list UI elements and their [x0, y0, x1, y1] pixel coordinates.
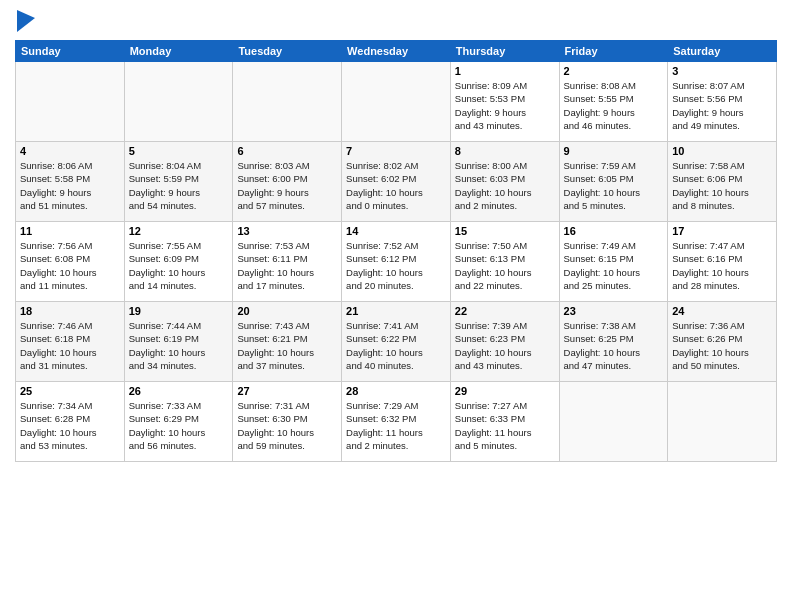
day-info: Sunrise: 7:44 AM Sunset: 6:19 PM Dayligh…: [129, 319, 229, 372]
day-info: Sunrise: 7:56 AM Sunset: 6:08 PM Dayligh…: [20, 239, 120, 292]
day-number: 3: [672, 65, 772, 77]
day-info: Sunrise: 7:53 AM Sunset: 6:11 PM Dayligh…: [237, 239, 337, 292]
day-info: Sunrise: 7:38 AM Sunset: 6:25 PM Dayligh…: [564, 319, 664, 372]
day-info: Sunrise: 7:34 AM Sunset: 6:28 PM Dayligh…: [20, 399, 120, 452]
logo: [15, 10, 37, 32]
day-info: Sunrise: 8:00 AM Sunset: 6:03 PM Dayligh…: [455, 159, 555, 212]
day-info: Sunrise: 7:46 AM Sunset: 6:18 PM Dayligh…: [20, 319, 120, 372]
calendar-week-row: 4Sunrise: 8:06 AM Sunset: 5:58 PM Daylig…: [16, 142, 777, 222]
day-info: Sunrise: 7:29 AM Sunset: 6:32 PM Dayligh…: [346, 399, 446, 452]
day-number: 22: [455, 305, 555, 317]
day-number: 13: [237, 225, 337, 237]
day-number: 16: [564, 225, 664, 237]
calendar-header: SundayMondayTuesdayWednesdayThursdayFrid…: [16, 41, 777, 62]
day-number: 27: [237, 385, 337, 397]
day-info: Sunrise: 8:09 AM Sunset: 5:53 PM Dayligh…: [455, 79, 555, 132]
day-number: 7: [346, 145, 446, 157]
weekday-header: Thursday: [450, 41, 559, 62]
calendar-table: SundayMondayTuesdayWednesdayThursdayFrid…: [15, 40, 777, 462]
day-number: 10: [672, 145, 772, 157]
calendar-cell: 8Sunrise: 8:00 AM Sunset: 6:03 PM Daylig…: [450, 142, 559, 222]
day-number: 29: [455, 385, 555, 397]
day-info: Sunrise: 7:50 AM Sunset: 6:13 PM Dayligh…: [455, 239, 555, 292]
weekday-header: Wednesday: [342, 41, 451, 62]
calendar-cell: 15Sunrise: 7:50 AM Sunset: 6:13 PM Dayli…: [450, 222, 559, 302]
day-number: 14: [346, 225, 446, 237]
calendar-cell: 10Sunrise: 7:58 AM Sunset: 6:06 PM Dayli…: [668, 142, 777, 222]
calendar-cell: 29Sunrise: 7:27 AM Sunset: 6:33 PM Dayli…: [450, 382, 559, 462]
day-info: Sunrise: 7:49 AM Sunset: 6:15 PM Dayligh…: [564, 239, 664, 292]
day-info: Sunrise: 8:04 AM Sunset: 5:59 PM Dayligh…: [129, 159, 229, 212]
day-info: Sunrise: 7:36 AM Sunset: 6:26 PM Dayligh…: [672, 319, 772, 372]
calendar-cell: 28Sunrise: 7:29 AM Sunset: 6:32 PM Dayli…: [342, 382, 451, 462]
weekday-header: Tuesday: [233, 41, 342, 62]
calendar-cell: 4Sunrise: 8:06 AM Sunset: 5:58 PM Daylig…: [16, 142, 125, 222]
day-number: 23: [564, 305, 664, 317]
day-info: Sunrise: 7:33 AM Sunset: 6:29 PM Dayligh…: [129, 399, 229, 452]
calendar-cell: [342, 62, 451, 142]
day-number: 19: [129, 305, 229, 317]
calendar-cell: [233, 62, 342, 142]
calendar-cell: 17Sunrise: 7:47 AM Sunset: 6:16 PM Dayli…: [668, 222, 777, 302]
calendar-cell: 24Sunrise: 7:36 AM Sunset: 6:26 PM Dayli…: [668, 302, 777, 382]
calendar-week-row: 1Sunrise: 8:09 AM Sunset: 5:53 PM Daylig…: [16, 62, 777, 142]
weekday-header: Sunday: [16, 41, 125, 62]
day-number: 17: [672, 225, 772, 237]
day-number: 26: [129, 385, 229, 397]
day-info: Sunrise: 8:02 AM Sunset: 6:02 PM Dayligh…: [346, 159, 446, 212]
weekday-header: Friday: [559, 41, 668, 62]
day-number: 1: [455, 65, 555, 77]
day-info: Sunrise: 8:03 AM Sunset: 6:00 PM Dayligh…: [237, 159, 337, 212]
day-info: Sunrise: 7:55 AM Sunset: 6:09 PM Dayligh…: [129, 239, 229, 292]
day-info: Sunrise: 8:06 AM Sunset: 5:58 PM Dayligh…: [20, 159, 120, 212]
day-number: 8: [455, 145, 555, 157]
day-info: Sunrise: 7:41 AM Sunset: 6:22 PM Dayligh…: [346, 319, 446, 372]
day-number: 21: [346, 305, 446, 317]
calendar-cell: [16, 62, 125, 142]
day-number: 4: [20, 145, 120, 157]
calendar-cell: 7Sunrise: 8:02 AM Sunset: 6:02 PM Daylig…: [342, 142, 451, 222]
day-info: Sunrise: 7:31 AM Sunset: 6:30 PM Dayligh…: [237, 399, 337, 452]
day-number: 5: [129, 145, 229, 157]
calendar-cell: [124, 62, 233, 142]
day-number: 2: [564, 65, 664, 77]
day-number: 18: [20, 305, 120, 317]
calendar-cell: 20Sunrise: 7:43 AM Sunset: 6:21 PM Dayli…: [233, 302, 342, 382]
day-info: Sunrise: 7:52 AM Sunset: 6:12 PM Dayligh…: [346, 239, 446, 292]
calendar-cell: 12Sunrise: 7:55 AM Sunset: 6:09 PM Dayli…: [124, 222, 233, 302]
calendar-cell: 22Sunrise: 7:39 AM Sunset: 6:23 PM Dayli…: [450, 302, 559, 382]
calendar-cell: 2Sunrise: 8:08 AM Sunset: 5:55 PM Daylig…: [559, 62, 668, 142]
day-info: Sunrise: 7:43 AM Sunset: 6:21 PM Dayligh…: [237, 319, 337, 372]
weekday-row: SundayMondayTuesdayWednesdayThursdayFrid…: [16, 41, 777, 62]
calendar-body: 1Sunrise: 8:09 AM Sunset: 5:53 PM Daylig…: [16, 62, 777, 462]
calendar-cell: [668, 382, 777, 462]
page: SundayMondayTuesdayWednesdayThursdayFrid…: [0, 0, 792, 612]
calendar-cell: [559, 382, 668, 462]
day-info: Sunrise: 7:47 AM Sunset: 6:16 PM Dayligh…: [672, 239, 772, 292]
day-info: Sunrise: 7:58 AM Sunset: 6:06 PM Dayligh…: [672, 159, 772, 212]
calendar-cell: 19Sunrise: 7:44 AM Sunset: 6:19 PM Dayli…: [124, 302, 233, 382]
day-info: Sunrise: 7:59 AM Sunset: 6:05 PM Dayligh…: [564, 159, 664, 212]
day-number: 25: [20, 385, 120, 397]
header: [15, 10, 777, 32]
calendar-cell: 5Sunrise: 8:04 AM Sunset: 5:59 PM Daylig…: [124, 142, 233, 222]
day-number: 28: [346, 385, 446, 397]
calendar-cell: 18Sunrise: 7:46 AM Sunset: 6:18 PM Dayli…: [16, 302, 125, 382]
day-number: 24: [672, 305, 772, 317]
svg-marker-0: [17, 10, 35, 32]
calendar-cell: 16Sunrise: 7:49 AM Sunset: 6:15 PM Dayli…: [559, 222, 668, 302]
calendar-cell: 9Sunrise: 7:59 AM Sunset: 6:05 PM Daylig…: [559, 142, 668, 222]
day-info: Sunrise: 7:27 AM Sunset: 6:33 PM Dayligh…: [455, 399, 555, 452]
day-info: Sunrise: 8:08 AM Sunset: 5:55 PM Dayligh…: [564, 79, 664, 132]
day-number: 12: [129, 225, 229, 237]
day-number: 15: [455, 225, 555, 237]
weekday-header: Saturday: [668, 41, 777, 62]
day-number: 20: [237, 305, 337, 317]
calendar-cell: 25Sunrise: 7:34 AM Sunset: 6:28 PM Dayli…: [16, 382, 125, 462]
calendar-cell: 13Sunrise: 7:53 AM Sunset: 6:11 PM Dayli…: [233, 222, 342, 302]
calendar-cell: 3Sunrise: 8:07 AM Sunset: 5:56 PM Daylig…: [668, 62, 777, 142]
calendar-cell: 1Sunrise: 8:09 AM Sunset: 5:53 PM Daylig…: [450, 62, 559, 142]
calendar-cell: 27Sunrise: 7:31 AM Sunset: 6:30 PM Dayli…: [233, 382, 342, 462]
calendar-week-row: 25Sunrise: 7:34 AM Sunset: 6:28 PM Dayli…: [16, 382, 777, 462]
weekday-header: Monday: [124, 41, 233, 62]
